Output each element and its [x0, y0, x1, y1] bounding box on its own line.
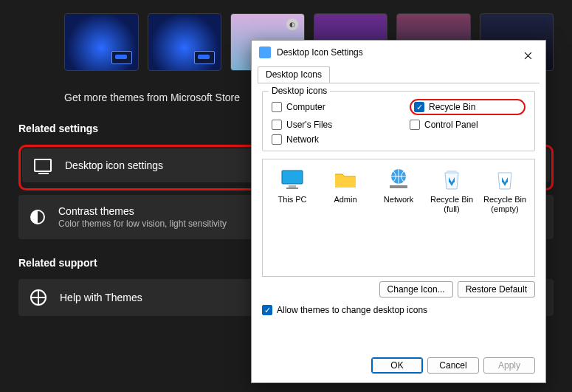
- card-title: Desktop icon settings: [65, 159, 163, 171]
- folder-icon: [333, 167, 358, 192]
- checkbox-box: [272, 120, 282, 130]
- svg-rect-3: [286, 188, 298, 189]
- ok-button[interactable]: OK: [371, 357, 423, 374]
- card-subtitle: Color themes for low vision, light sensi…: [58, 219, 227, 229]
- checkbox-box: ✓: [414, 102, 424, 112]
- close-button[interactable]: [516, 47, 540, 64]
- card-title: Contrast themes: [58, 205, 227, 217]
- icon-recycle-bin-empty[interactable]: Recycle Bin (empty): [480, 167, 530, 213]
- monitor-icon: [280, 167, 305, 192]
- svg-rect-0: [282, 171, 303, 184]
- icon-label: Network: [384, 195, 413, 204]
- checkbox-label: Network: [286, 134, 319, 145]
- icon-recycle-bin-full[interactable]: Recycle Bin (full): [427, 167, 477, 213]
- desktop-icons-group: Desktop icons Computer ✓ Recycle Bin Use…: [262, 91, 535, 151]
- checkbox-recycle-bin[interactable]: ✓ Recycle Bin: [414, 102, 475, 112]
- checkbox-allow-themes[interactable]: ✓ Allow themes to change desktop icons: [262, 305, 427, 315]
- icon-label: Recycle Bin (empty): [480, 195, 530, 213]
- dialog-tabstrip: Desktop Icons: [258, 66, 540, 83]
- tab-desktop-icons[interactable]: Desktop Icons: [258, 66, 330, 83]
- recycle-bin-full-icon: [439, 167, 464, 192]
- contrast-icon: [30, 210, 45, 224]
- group-legend: Desktop icons: [269, 86, 330, 96]
- checkbox-box: [272, 134, 282, 145]
- checkbox-users-files[interactable]: User's Files: [272, 120, 387, 130]
- theme-thumb-2[interactable]: [148, 13, 222, 71]
- icon-preview-list[interactable]: This PC Admin Network Recycle Bin (full)…: [262, 159, 535, 277]
- checkbox-box: ✓: [262, 305, 272, 315]
- globe-icon: [30, 289, 46, 306]
- icon-admin[interactable]: Admin: [320, 167, 371, 213]
- dialog-titlebar[interactable]: Desktop Icon Settings: [252, 41, 545, 64]
- svg-rect-5: [390, 185, 407, 188]
- checkbox-box: [410, 120, 420, 130]
- dialog-app-icon: [259, 47, 271, 58]
- checkbox-box: [272, 102, 282, 112]
- restore-default-button[interactable]: Restore Default: [458, 281, 535, 298]
- dialog-title: Desktop Icon Settings: [277, 47, 363, 58]
- checkbox-label: User's Files: [286, 120, 332, 130]
- checkbox-label: Recycle Bin: [429, 102, 475, 112]
- apply-button[interactable]: Apply: [483, 357, 535, 374]
- microsoft-store-themes-link[interactable]: Get more themes from Microsoft Store: [64, 92, 240, 103]
- checkbox-label: Control Panel: [424, 120, 478, 130]
- highlight-recycle-bin-checkbox: ✓ Recycle Bin: [410, 99, 526, 115]
- svg-rect-6: [447, 171, 457, 173]
- icon-network[interactable]: Network: [373, 167, 424, 213]
- checkbox-computer[interactable]: Computer: [272, 99, 387, 115]
- icon-this-pc[interactable]: This PC: [267, 167, 317, 213]
- checkbox-network[interactable]: Network: [272, 134, 387, 145]
- svg-rect-2: [289, 185, 296, 188]
- monitor-icon: [34, 159, 52, 172]
- cancel-button[interactable]: Cancel: [427, 357, 479, 374]
- checkbox-label: Computer: [286, 102, 325, 112]
- theme-thumb-1[interactable]: [64, 13, 139, 71]
- icon-label: Recycle Bin (full): [427, 195, 477, 213]
- network-globe-icon: [386, 167, 411, 192]
- recycle-bin-empty-icon: [492, 167, 517, 192]
- icon-label: This PC: [278, 195, 306, 204]
- checkbox-control-panel[interactable]: Control Panel: [410, 120, 526, 130]
- change-icon-button[interactable]: Change Icon...: [379, 281, 453, 298]
- card-title: Help with Themes: [60, 292, 142, 303]
- desktop-icon-settings-dialog: Desktop Icon Settings Desktop Icons Desk…: [251, 40, 546, 383]
- icon-label: Admin: [334, 195, 356, 204]
- close-icon: [524, 52, 532, 60]
- checkbox-label: Allow themes to change desktop icons: [277, 305, 427, 315]
